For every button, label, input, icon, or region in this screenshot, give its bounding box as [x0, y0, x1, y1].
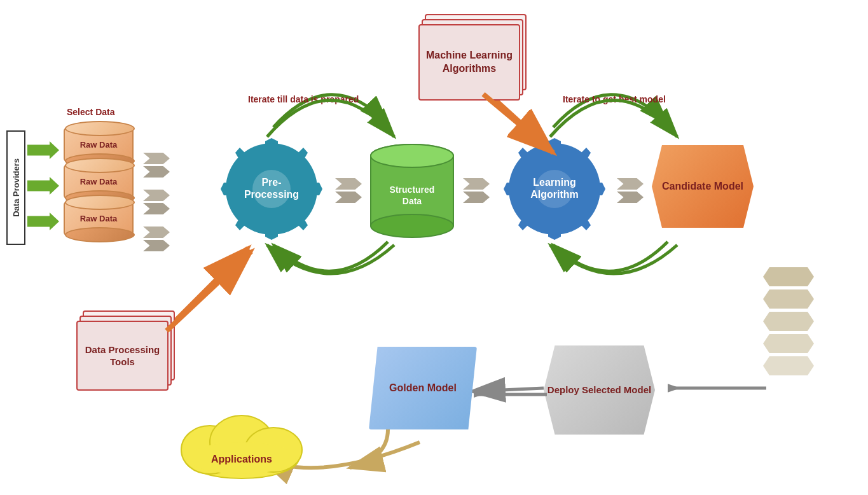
cascade-chevrons-right [763, 267, 814, 382]
raw-data-label-1: Raw Data [80, 140, 118, 150]
raw-data-label-2: Raw Data [80, 177, 118, 186]
learning-algorithm-gear: Learning Algorithm [499, 134, 610, 245]
candidate-model-label: Candidate Model [662, 180, 743, 193]
structured-data-container: Structured Data [368, 137, 457, 245]
svg-text:Pre-: Pre- [261, 177, 281, 188]
iterate-model-annotation: Iterate to get best model [563, 94, 666, 104]
deploy-selected-model[interactable]: Deploy Selected Model [544, 345, 655, 435]
raw-data-cylinder-1: Raw Data [64, 127, 134, 162]
deploy-arrow-svg [668, 375, 769, 401]
paper-label: Data Processing Tools [76, 321, 169, 391]
svg-marker-23 [763, 267, 814, 286]
svg-text:Data: Data [403, 196, 422, 206]
svg-line-43 [167, 251, 251, 331]
structured-data-svg: Structured Data [368, 137, 457, 245]
svg-point-16 [371, 144, 453, 167]
svg-point-15 [371, 214, 453, 237]
learning-algorithm-gear-svg: Learning Algorithm [499, 134, 610, 245]
raw-data-cylinder-3: Raw Data [64, 201, 134, 236]
svg-marker-26 [763, 334, 814, 353]
svg-text:Structured: Structured [390, 185, 435, 195]
svg-marker-27 [763, 356, 814, 375]
svg-marker-24 [763, 289, 814, 309]
gray-chevron-post-learning [617, 178, 644, 203]
gray-chevron-group-3 [143, 227, 170, 251]
select-data-annotation: Select Data [67, 107, 114, 117]
svg-text:Learning: Learning [533, 177, 576, 188]
svg-text:Applications: Applications [211, 454, 272, 464]
raw-data-label-3: Raw Data [80, 214, 118, 223]
golden-model-label: Golden Model [389, 382, 457, 395]
green-arrow-1 [27, 141, 59, 159]
svg-marker-25 [763, 312, 814, 331]
green-arrow-3 [27, 213, 59, 230]
cascade-chevrons-svg [763, 267, 814, 382]
preprocessing-gear-svg: Pre- Processing [216, 134, 327, 245]
svg-text:Processing: Processing [244, 189, 299, 200]
data-providers-box: Data Providers [6, 130, 25, 245]
deploy-model-label: Deploy Selected Model [548, 384, 651, 396]
applications-cloud: Applications [172, 410, 312, 480]
gray-chevron-group-1 [143, 153, 170, 178]
gray-chevron-group-2 [143, 190, 170, 214]
ml-workflow-diagram: Data Providers Raw Data Raw Data Raw Dat… [0, 0, 868, 495]
deploy-to-golden-arrow-svg [474, 385, 550, 404]
candidate-model: Candidate Model [652, 145, 754, 228]
golden-model: Golden Model [369, 347, 477, 429]
iterate-data-annotation: Iterate till data is prepared [248, 94, 359, 104]
ml-paper-label: Machine Learning Algorithms [418, 24, 520, 101]
green-arrow-2 [27, 177, 59, 195]
preprocessing-gear: Pre- Processing [216, 134, 327, 245]
applications-cloud-svg: Applications [172, 410, 312, 480]
golden-to-app-arrow-svg [337, 426, 439, 477]
gray-chevron-post-preprocessing [335, 178, 362, 203]
gray-chevron-post-structured [463, 178, 490, 203]
svg-text:Algorithm: Algorithm [530, 189, 579, 200]
raw-data-cylinder-2: Raw Data [64, 164, 134, 199]
data-providers-label: Data Providers [11, 158, 21, 217]
